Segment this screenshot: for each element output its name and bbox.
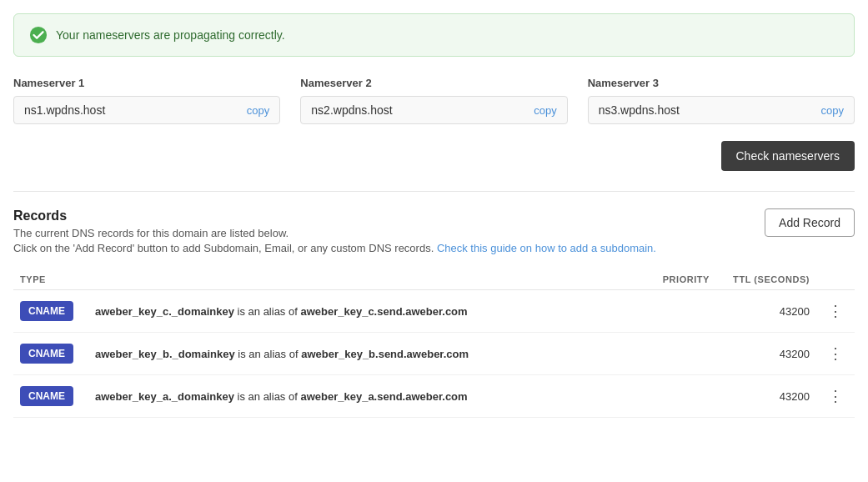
type-badge: CNAME — [20, 301, 73, 321]
nameserver-3-label: Nameserver 3 — [588, 77, 855, 89]
records-info: Records The current DNS records for this… — [13, 208, 656, 254]
table-row: CNAME aweber_key_c._domainkey is an alia… — [13, 290, 855, 333]
nameserver-2-value: ns2.wpdns.host — [311, 103, 527, 117]
records-header: Records The current DNS records for this… — [13, 208, 855, 254]
section-divider — [13, 191, 855, 192]
table-row: CNAME aweber_key_b._domainkey is an alia… — [13, 333, 855, 375]
type-cell: CNAME — [13, 290, 88, 333]
nameserver-1-value: ns1.wpdns.host — [24, 103, 240, 117]
actions-cell: ⋮ — [816, 333, 855, 375]
records-table: TYPE PRIORITY TTL (SECONDS) CNAME aweber… — [13, 269, 855, 418]
nameserver-2-label: Nameserver 2 — [300, 77, 567, 89]
row-actions-button[interactable]: ⋮ — [823, 343, 848, 364]
table-row: CNAME aweber_key_a._domainkey is an alia… — [13, 375, 855, 418]
nameserver-3-input-row: ns3.wpdns.host copy — [588, 96, 855, 124]
nameserver-3-value: ns3.wpdns.host — [599, 103, 815, 117]
ttl-cell: 43200 — [716, 375, 816, 418]
svg-point-0 — [30, 27, 47, 43]
ttl-cell: 43200 — [716, 290, 816, 333]
col-priority-header: PRIORITY — [633, 269, 716, 290]
records-desc2: Click on the 'Add Record' button to add … — [13, 242, 656, 254]
add-record-button[interactable]: Add Record — [765, 208, 855, 237]
type-badge: CNAME — [20, 386, 73, 406]
nameserver-3-copy[interactable]: copy — [821, 104, 844, 117]
actions-cell: ⋮ — [816, 290, 855, 333]
type-cell: CNAME — [13, 333, 88, 375]
nameserver-2-group: Nameserver 2 ns2.wpdns.host copy — [300, 77, 567, 124]
record-detail-cell: aweber_key_c._domainkey is an alias of a… — [88, 290, 633, 333]
nameserver-2-input-row: ns2.wpdns.host copy — [300, 96, 567, 124]
ttl-cell: 43200 — [716, 333, 816, 375]
nameserver-1-label: Nameserver 1 — [13, 77, 280, 89]
nameservers-section: Nameserver 1 ns1.wpdns.host copy Nameser… — [13, 77, 855, 124]
priority-cell — [633, 375, 716, 418]
col-ttl-header: TTL (SECONDS) — [716, 269, 816, 290]
priority-cell — [633, 290, 716, 333]
type-cell: CNAME — [13, 375, 88, 418]
subdomain-guide-link[interactable]: Check this guide on how to add a subdoma… — [437, 242, 656, 254]
nameserver-2-copy[interactable]: copy — [534, 104, 556, 117]
nameserver-3-group: Nameserver 3 ns3.wpdns.host copy — [588, 77, 855, 124]
propagation-banner: Your nameservers are propagating correct… — [13, 13, 855, 57]
row-actions-button[interactable]: ⋮ — [823, 300, 848, 322]
check-circle-icon — [29, 26, 48, 44]
table-header-row: TYPE PRIORITY TTL (SECONDS) — [13, 269, 855, 290]
priority-cell — [633, 333, 716, 375]
type-badge: CNAME — [20, 344, 73, 364]
record-detail-cell: aweber_key_b._domainkey is an alias of a… — [88, 333, 633, 375]
page-wrapper: Your nameservers are propagating correct… — [0, 0, 868, 431]
nameserver-1-input-row: ns1.wpdns.host copy — [13, 96, 280, 124]
nameserver-1-copy[interactable]: copy — [247, 104, 269, 117]
check-nameservers-button[interactable]: Check nameservers — [721, 141, 855, 171]
banner-message: Your nameservers are propagating correct… — [56, 28, 285, 42]
actions-cell: ⋮ — [816, 375, 855, 418]
col-type-header: TYPE — [13, 269, 88, 290]
records-title: Records — [13, 208, 656, 223]
record-detail-cell: aweber_key_a._domainkey is an alias of a… — [88, 375, 633, 418]
row-actions-button[interactable]: ⋮ — [823, 385, 848, 407]
records-desc1: The current DNS records for this domain … — [13, 227, 656, 239]
col-actions-header — [816, 269, 855, 290]
col-name-header — [88, 269, 633, 290]
check-ns-row: Check nameservers — [13, 141, 855, 171]
nameserver-1-group: Nameserver 1 ns1.wpdns.host copy — [13, 77, 280, 124]
